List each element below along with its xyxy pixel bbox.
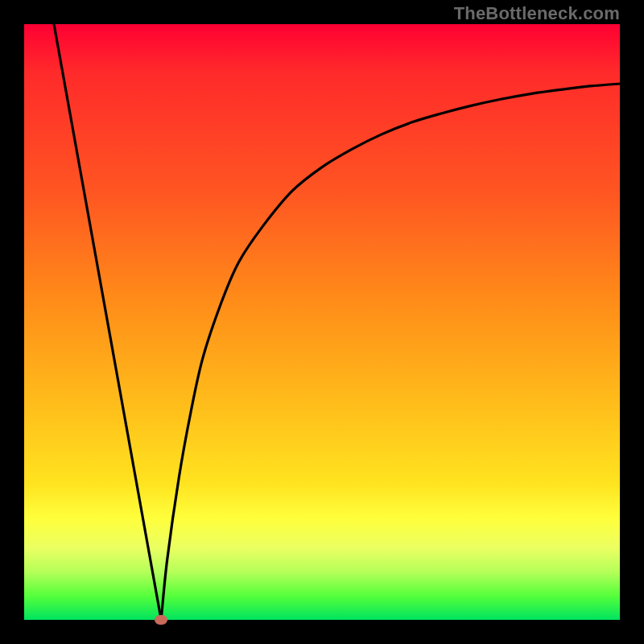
chart-frame: TheBottleneck.com	[0, 0, 644, 644]
plot-area	[24, 24, 620, 620]
attribution-label: TheBottleneck.com	[454, 3, 620, 24]
right-branch-path	[161, 84, 620, 620]
curve-layer	[24, 24, 620, 620]
min-marker	[155, 615, 167, 625]
left-branch-path	[54, 24, 161, 620]
